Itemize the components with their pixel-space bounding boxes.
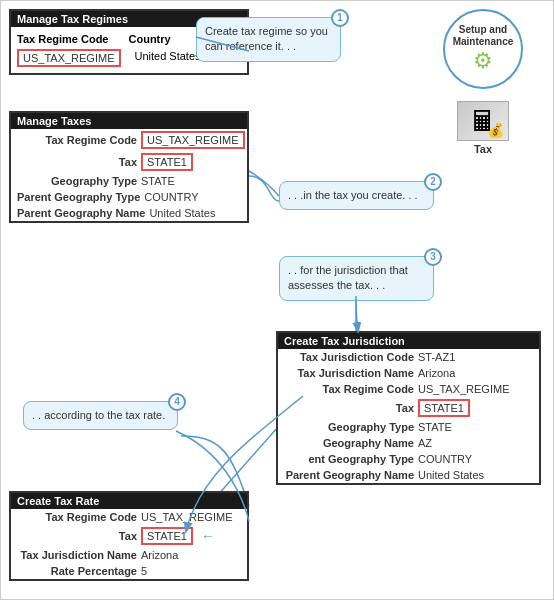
ctj-geography-name-value: AZ: [418, 437, 432, 449]
ctj-regime-code-value: US_TAX_REGIME: [418, 383, 510, 395]
manage-taxes-box: Manage Taxes Tax Regime Code US_TAX_REGI…: [9, 111, 249, 223]
tax-label: Tax: [17, 156, 137, 168]
ctj-jurisdiction-name-row: Tax Jurisdiction Name Arizona: [278, 365, 539, 381]
ctj-jurisdiction-name-label: Tax Jurisdiction Name: [284, 367, 414, 379]
ctr-regime-code-row: Tax Regime Code US_TAX_REGIME: [11, 509, 247, 525]
create-tax-jurisdiction-title: Create Tax Jurisdiction: [278, 333, 539, 349]
ctj-parent-geo-name-value: United States: [418, 469, 484, 481]
parent-geography-type-label: Parent Geography Type: [17, 191, 140, 203]
tax-value: STATE1: [141, 153, 193, 171]
callout-4-text: . . according to the tax rate.: [32, 409, 165, 421]
geography-type-value: STATE: [141, 175, 175, 187]
ctr-tax-row: Tax STATE1 ←: [11, 525, 247, 547]
callout-3-number: 3: [424, 248, 442, 266]
ctr-rate-percentage-value: 5: [141, 565, 147, 577]
ctj-parent-geo-type-row: ent Geography Type COUNTRY: [278, 451, 539, 467]
create-tax-rate-title: Create Tax Rate: [11, 493, 247, 509]
ctj-geography-type-label: Geography Type: [284, 421, 414, 433]
tax-icon-image: 🖩 💰: [457, 101, 509, 141]
callout-4: 4 . . according to the tax rate.: [23, 401, 178, 430]
ctj-geography-name-label: Geography Name: [284, 437, 414, 449]
callout-2-number: 2: [424, 173, 442, 191]
parent-geography-type-row: Parent Geography Type COUNTRY: [11, 189, 247, 205]
parent-geography-name-label: Parent Geography Name: [17, 207, 145, 219]
manage-taxes-title: Manage Taxes: [11, 113, 247, 129]
ctr-jurisdiction-name-value: Arizona: [141, 549, 178, 561]
ctj-regime-code-row: Tax Regime Code US_TAX_REGIME: [278, 381, 539, 397]
setup-maintenance-line1: Setup and Maintenance: [453, 24, 514, 48]
ctj-regime-code-label: Tax Regime Code: [284, 383, 414, 395]
callout-1-number: 1: [331, 9, 349, 27]
ctj-parent-geo-type-value: COUNTRY: [418, 453, 472, 465]
ctj-geography-type-row: Geography Type STATE: [278, 419, 539, 435]
ctr-regime-code-label: Tax Regime Code: [17, 511, 137, 523]
col-header-country: Country: [129, 33, 171, 45]
callout-2-text: . . .in the tax you create. . .: [288, 189, 418, 201]
regime-code-value: US_TAX_REGIME: [17, 49, 121, 67]
ctj-jurisdiction-name-value: Arizona: [418, 367, 455, 379]
geography-type-row: Geography Type STATE: [11, 173, 247, 189]
arrow-left-icon: ←: [201, 528, 215, 544]
ctr-tax-value: STATE1: [141, 527, 193, 545]
create-tax-rate-box: Create Tax Rate Tax Regime Code US_TAX_R…: [9, 491, 249, 581]
tax-row: Tax STATE1: [11, 151, 247, 173]
callout-1: 1 Create tax regime so you can reference…: [196, 17, 341, 62]
callout-2: 2 . . .in the tax you create. . .: [279, 181, 434, 210]
ctj-parent-geo-name-label: Parent Geography Name: [284, 469, 414, 481]
ctj-jurisdiction-code-row: Tax Jurisdiction Code ST-AZ1: [278, 349, 539, 365]
callout-3-text: . . for the jurisdiction that assesses t…: [288, 264, 408, 291]
tax-icon-label: Tax: [451, 143, 515, 155]
ctr-rate-percentage-label: Rate Percentage: [17, 565, 137, 577]
create-tax-jurisdiction-box: Create Tax Jurisdiction Tax Jurisdiction…: [276, 331, 541, 485]
ctj-jurisdiction-code-label: Tax Jurisdiction Code: [284, 351, 414, 363]
callout-1-text: Create tax regime so you can reference i…: [205, 25, 328, 52]
ctj-geography-type-value: STATE: [418, 421, 452, 433]
tax-icon-box: 🖩 💰 Tax: [451, 101, 515, 155]
parent-geography-name-row: Parent Geography Name United States: [11, 205, 247, 221]
tax-regime-code-label: Tax Regime Code: [17, 134, 137, 146]
parent-geography-type-value: COUNTRY: [144, 191, 198, 203]
parent-geography-name-value: United States: [149, 207, 215, 219]
ctj-parent-geo-type-label: ent Geography Type: [284, 453, 414, 465]
tax-regime-code-value: US_TAX_REGIME: [141, 131, 245, 149]
ctj-tax-value: STATE1: [418, 399, 470, 417]
gear-icon: ⚙: [473, 48, 493, 74]
tax-regime-code-row: Tax Regime Code US_TAX_REGIME: [11, 129, 247, 151]
ctj-jurisdiction-code-value: ST-AZ1: [418, 351, 455, 363]
ctr-tax-label: Tax: [17, 530, 137, 542]
setup-maintenance-icon: Setup and Maintenance ⚙: [443, 9, 523, 89]
callout-4-number: 4: [168, 393, 186, 411]
ctj-parent-geo-name-row: Parent Geography Name United States: [278, 467, 539, 483]
ctr-jurisdiction-name-label: Tax Jurisdiction Name: [17, 549, 137, 561]
geography-type-label: Geography Type: [17, 175, 137, 187]
ctj-tax-label: Tax: [284, 402, 414, 414]
main-container: Manage Tax Regimes Tax Regime Code Count…: [0, 0, 554, 600]
ctj-tax-row: Tax STATE1: [278, 397, 539, 419]
ctj-geography-name-row: Geography Name AZ: [278, 435, 539, 451]
callout-3: 3 . . for the jurisdiction that assesses…: [279, 256, 434, 301]
ctr-jurisdiction-name-row: Tax Jurisdiction Name Arizona: [11, 547, 247, 563]
col-header-code: Tax Regime Code: [17, 33, 109, 45]
ctr-regime-code-value: US_TAX_REGIME: [141, 511, 233, 523]
ctr-rate-percentage-row: Rate Percentage 5: [11, 563, 247, 579]
regime-country-value: United States: [131, 49, 205, 67]
